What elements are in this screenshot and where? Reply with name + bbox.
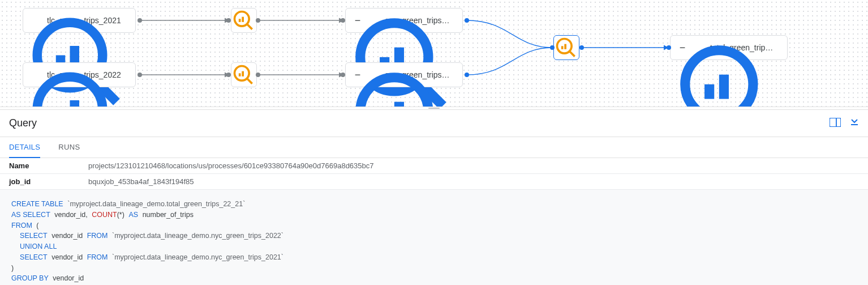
svg-rect-24: [242, 71, 244, 76]
port-in: [667, 45, 671, 50]
port-in: [341, 73, 345, 77]
svg-rect-20: [70, 100, 80, 107]
process-icon: [238, 15, 250, 26]
port-out: [256, 18, 260, 23]
sql-code-block: CREATE TABLE `myproject.data_lineage_dem…: [0, 190, 868, 285]
bigquery-icon: [693, 42, 704, 53]
svg-point-9: [235, 12, 250, 27]
svg-point-33: [685, 50, 753, 107]
port-out: [579, 45, 584, 50]
svg-line-30: [570, 52, 575, 57]
port-in: [550, 45, 555, 50]
svg-rect-12: [242, 17, 244, 22]
svg-rect-28: [394, 102, 404, 107]
node-tlc-2021[interactable]: tlc_green_trips_2021: [23, 8, 136, 33]
svg-line-10: [247, 24, 252, 29]
svg-rect-31: [561, 46, 564, 49]
node-process-1[interactable]: [231, 8, 257, 33]
node-process-2[interactable]: [231, 62, 257, 87]
port-out: [465, 18, 469, 23]
svg-rect-36: [719, 75, 729, 99]
node-nyc-1[interactable]: − nyc_green_trips…: [345, 8, 463, 33]
bigquery-icon: [30, 15, 41, 26]
svg-rect-32: [564, 44, 566, 49]
lineage-graph[interactable]: tlc_green_trips_2021 − nyc_green_trips… …: [0, 0, 868, 107]
port-out: [465, 73, 469, 77]
svg-point-21: [235, 66, 250, 81]
port-out: [137, 73, 142, 77]
process-icon: [561, 42, 572, 53]
port-out: [256, 73, 260, 77]
port-in: [226, 73, 231, 77]
details-table: Name projects/123101210468/locations/us/…: [0, 158, 868, 190]
process-icon: [238, 69, 250, 80]
port-out: [137, 18, 142, 23]
node-tlc-2022[interactable]: tlc_green_trips_2022: [23, 62, 136, 87]
svg-rect-37: [830, 118, 841, 127]
bigquery-icon: [368, 69, 380, 80]
detail-value: projects/123101210468/locations/us/proce…: [88, 161, 374, 170]
port-in: [226, 18, 231, 23]
detail-key: job_id: [9, 177, 88, 186]
svg-rect-23: [239, 73, 241, 76]
node-total[interactable]: − total_green_trip…: [670, 35, 788, 60]
detail-key: Name: [9, 161, 88, 170]
panel-collapse-icon[interactable]: [850, 118, 859, 129]
bigquery-icon: [30, 69, 41, 80]
tab-bar: DETAILS RUNS: [0, 137, 868, 158]
panel-header: Query: [0, 110, 868, 137]
node-process-selected[interactable]: [553, 35, 579, 60]
panel-columns-icon[interactable]: [830, 118, 841, 129]
svg-line-22: [247, 79, 252, 84]
tab-runs[interactable]: RUNS: [58, 137, 80, 158]
svg-rect-11: [239, 19, 241, 22]
detail-row-jobid: job_id bquxjob_453ba4af_1843f194f85: [0, 174, 868, 190]
panel-title: Query: [9, 117, 37, 129]
bigquery-icon: [368, 15, 380, 26]
detail-value: bquxjob_453ba4af_1843f194f85: [88, 177, 194, 186]
port-in: [341, 18, 345, 23]
detail-row-name: Name projects/123101210468/locations/us/…: [0, 158, 868, 174]
tab-details[interactable]: DETAILS: [9, 137, 40, 158]
node-nyc-2[interactable]: − nyc_green_trips…: [345, 62, 463, 87]
svg-rect-35: [704, 84, 714, 99]
